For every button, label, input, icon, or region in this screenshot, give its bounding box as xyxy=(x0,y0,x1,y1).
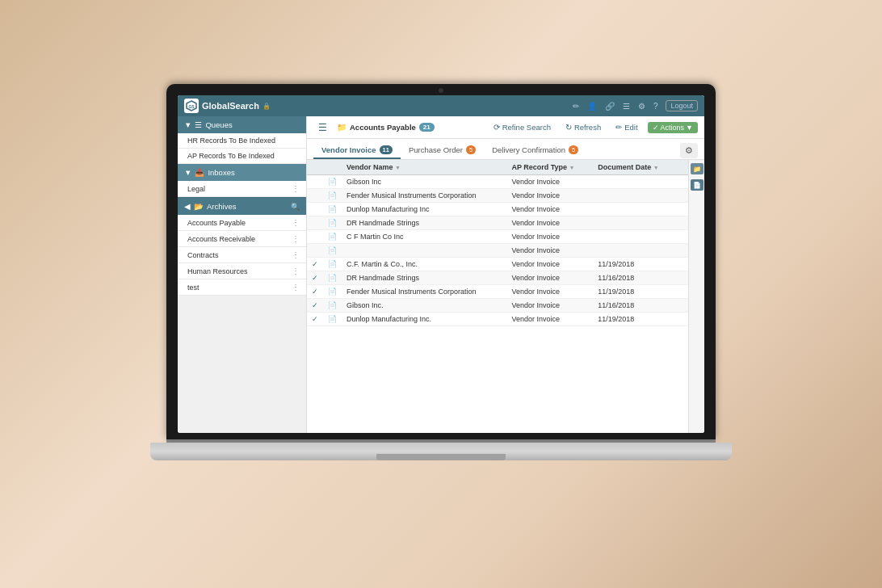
row-record-type: Vendor Invoice xyxy=(506,271,593,285)
sidebar-item-label: Accounts Receivable xyxy=(187,235,255,243)
more-icon[interactable]: ⋮ xyxy=(292,218,300,227)
edit-tool-icon[interactable]: ✏ xyxy=(573,102,579,111)
col-checkbox xyxy=(307,160,323,175)
sidebar-item-human-resources[interactable]: Human Resources ⋮ xyxy=(178,263,306,279)
sidebar-item-ap-records[interactable]: AP Records To Be Indexed xyxy=(178,149,306,164)
sidebar-item-label: test xyxy=(187,284,200,292)
sidebar-item-accounts-receivable[interactable]: Accounts Receivable ⋮ xyxy=(178,231,306,247)
tab-delivery-confirmation[interactable]: Delivery Confirmation 5 xyxy=(484,142,586,159)
users-tool-icon[interactable]: 👤 xyxy=(587,102,597,111)
row-vendor-name: Fender Musical Instruments Corporation xyxy=(342,189,506,203)
sort-icon: ▼ xyxy=(395,165,401,170)
row-checkbox[interactable]: ✓ xyxy=(307,271,323,285)
col-vendor-name[interactable]: Vendor Name ▼ xyxy=(342,160,506,175)
table-row[interactable]: ✓📄DR Handmade StringsVendor Invoice11/16… xyxy=(307,271,688,285)
row-extra xyxy=(677,285,688,299)
more-icon[interactable]: ⋮ xyxy=(292,267,300,275)
sidebar-item-label: Contracts xyxy=(187,251,219,259)
col-doc xyxy=(323,160,342,175)
breadcrumb-text: Accounts Payable xyxy=(350,123,416,132)
logout-button[interactable]: Logout xyxy=(666,100,698,111)
queues-header[interactable]: ▼ ☰ Queues xyxy=(178,116,306,133)
table-row[interactable]: ✓📄Gibson Inc.Vendor Invoice11/16/2018 xyxy=(307,299,688,313)
tab-badge: 11 xyxy=(380,145,393,154)
more-icon[interactable]: ⋮ xyxy=(292,250,300,259)
checkmark-icon: ✓ xyxy=(653,124,659,132)
row-checkbox[interactable] xyxy=(307,216,323,230)
more-icon[interactable]: ⋮ xyxy=(292,184,300,193)
table-row[interactable]: ✓📄Fender Musical Instruments Corporation… xyxy=(307,285,688,299)
chevron-down-icon: ▼ xyxy=(184,120,191,129)
sidebar-item-label: Legal xyxy=(187,185,205,193)
sidebar-item-contracts[interactable]: Contracts ⋮ xyxy=(178,247,306,263)
table-row[interactable]: ✓📄Dunlop Manufacturing Inc.Vendor Invoic… xyxy=(307,313,688,326)
table-row[interactable]: 📄DR Handmade StringsVendor Invoice xyxy=(307,216,688,230)
row-checkbox[interactable]: ✓ xyxy=(307,299,323,313)
row-doc-icon: 📄 xyxy=(323,313,342,326)
row-checkbox[interactable] xyxy=(307,230,323,244)
menu-tool-icon[interactable]: ☰ xyxy=(623,102,630,111)
row-checkbox[interactable] xyxy=(307,203,323,216)
col-ap-record-type[interactable]: AP Record Type ▼ xyxy=(506,160,593,175)
hamburger-button[interactable]: ☰ xyxy=(313,120,332,135)
row-record-type: Vendor Invoice xyxy=(506,189,593,203)
archives-label: Archives xyxy=(207,202,236,211)
sidebar-item-label: Human Resources xyxy=(187,267,248,275)
row-checkbox[interactable]: ✓ xyxy=(307,313,323,326)
row-checkbox[interactable]: ✓ xyxy=(307,285,323,299)
row-vendor-name: C.F. Martin & Co., Inc. xyxy=(342,258,506,271)
tab-label: Purchase Order xyxy=(409,145,463,154)
archives-header[interactable]: ◀ 📂 Archives 🔍 xyxy=(178,197,306,215)
table-row[interactable]: 📄Gibson IncVendor Invoice xyxy=(307,175,688,189)
row-extra xyxy=(677,271,688,285)
row-document-date xyxy=(593,189,677,203)
row-document-date xyxy=(593,230,677,244)
breadcrumb: 📁 Accounts Payable 21 xyxy=(337,123,484,132)
row-document-date xyxy=(593,175,677,189)
table-row[interactable]: 📄Vendor Invoice xyxy=(307,244,688,258)
row-document-date: 11/19/2018 xyxy=(593,313,677,326)
table-row[interactable]: 📄Dunlop Manufacturing IncVendor Invoice xyxy=(307,203,688,216)
row-extra xyxy=(677,313,688,326)
row-vendor-name: Dunlop Manufacturing Inc xyxy=(342,203,506,216)
row-document-date xyxy=(593,244,677,258)
chevron-down-icon: ▼ xyxy=(184,168,191,177)
help-tool-icon[interactable]: ? xyxy=(653,102,658,111)
more-icon[interactable]: ⋮ xyxy=(292,283,300,292)
more-icon[interactable]: ⋮ xyxy=(292,234,300,243)
table-row[interactable]: 📄Fender Musical Instruments CorporationV… xyxy=(307,189,688,203)
tab-vendor-invoice[interactable]: Vendor Invoice 11 xyxy=(313,142,401,159)
folder-panel-icon[interactable]: 📁 xyxy=(691,163,704,174)
document-panel-icon[interactable]: 📄 xyxy=(691,179,704,191)
table-row[interactable]: 📄C F Martin Co IncVendor Invoice xyxy=(307,230,688,244)
sidebar-item-accounts-payable[interactable]: Accounts Payable ⋮ xyxy=(178,215,306,231)
link-tool-icon[interactable]: 🔗 xyxy=(605,102,615,111)
refresh-button[interactable]: ↻ Refresh xyxy=(561,121,606,133)
inboxes-header[interactable]: ▼ 📥 Inboxes xyxy=(178,164,306,181)
row-checkbox[interactable] xyxy=(307,189,323,203)
row-checkbox[interactable] xyxy=(307,175,323,189)
col-document-date[interactable]: Document Date ▼ xyxy=(593,160,677,175)
actions-button[interactable]: ✓ Actions ▼ xyxy=(648,122,698,133)
folder-icon: 📁 xyxy=(337,123,346,132)
row-document-date xyxy=(593,203,677,216)
sidebar-item-hr-records[interactable]: HR Records To Be Indexed xyxy=(178,133,306,149)
sidebar-item-test[interactable]: test ⋮ xyxy=(178,279,306,296)
sort-icon: ▼ xyxy=(569,165,575,170)
search-icon[interactable]: 🔍 xyxy=(291,203,300,211)
row-checkbox[interactable] xyxy=(307,244,323,258)
table-row[interactable]: ✓📄C.F. Martin & Co., Inc.Vendor Invoice1… xyxy=(307,258,688,271)
right-panel: 📁 📄 xyxy=(688,160,704,433)
refine-search-button[interactable]: ⟳ Refine Search xyxy=(489,121,556,133)
edit-button[interactable]: ✏ Edit xyxy=(611,121,642,133)
table-settings-button[interactable]: ⚙ xyxy=(680,143,698,158)
row-record-type: Vendor Invoice xyxy=(506,216,593,230)
row-extra xyxy=(677,299,688,313)
row-document-date xyxy=(593,216,677,230)
tab-purchase-order[interactable]: Purchase Order 5 xyxy=(401,142,484,159)
row-record-type: Vendor Invoice xyxy=(506,203,593,216)
row-record-type: Vendor Invoice xyxy=(506,258,593,271)
sidebar-item-legal[interactable]: Legal ⋮ xyxy=(178,181,306,197)
row-checkbox[interactable]: ✓ xyxy=(307,258,323,271)
settings-tool-icon[interactable]: ⚙ xyxy=(638,102,645,111)
